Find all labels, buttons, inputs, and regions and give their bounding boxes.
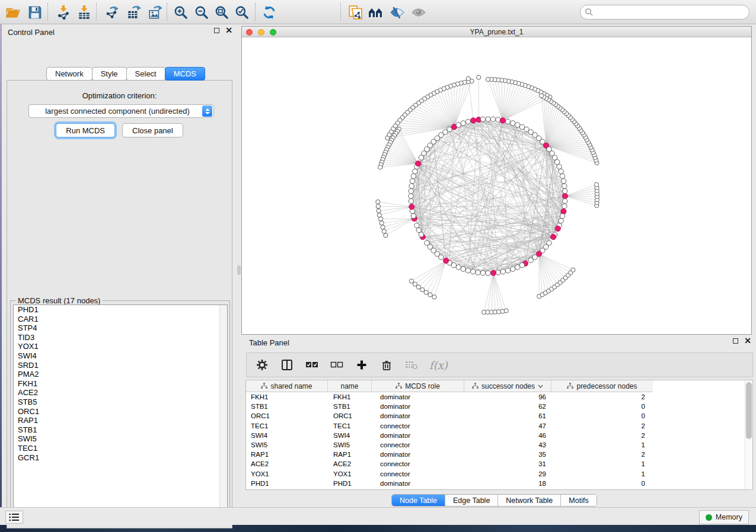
- network-node[interactable]: [420, 288, 425, 292]
- mcds-result-item[interactable]: RAP1: [14, 416, 227, 425]
- network-node[interactable]: [432, 295, 436, 299]
- network-node[interactable]: [519, 262, 524, 267]
- column-header-shared-name[interactable]: shared name: [246, 380, 328, 392]
- network-node[interactable]: [554, 159, 559, 164]
- table-cell[interactable]: PHD1: [328, 480, 372, 487]
- table-cell[interactable]: 31: [464, 460, 551, 467]
- mcds-result-item[interactable]: PMA2: [14, 370, 227, 379]
- table-row[interactable]: STB1STB1dominator620: [246, 402, 653, 411]
- mcds-result-item[interactable]: ORC1: [14, 407, 227, 416]
- node-table[interactable]: shared namenameMCDS rolesuccessor nodesp…: [245, 380, 753, 490]
- table-cell[interactable]: 96: [464, 393, 551, 400]
- network-node[interactable]: [563, 198, 567, 203]
- network-node[interactable]: [561, 178, 566, 183]
- table-cell[interactable]: dominator: [372, 480, 464, 487]
- table-row[interactable]: RAP1RAP1dominator352: [246, 450, 653, 459]
- network-node[interactable]: [515, 265, 520, 270]
- network-node[interactable]: [477, 75, 481, 79]
- table-cell[interactable]: FKH1: [328, 393, 372, 400]
- table-cell[interactable]: dominator: [372, 412, 464, 419]
- network-node[interactable]: [378, 217, 382, 221]
- network-node[interactable]: [384, 233, 388, 238]
- network-node[interactable]: [428, 293, 432, 297]
- select-all-icon[interactable]: [305, 358, 319, 372]
- table-cell[interactable]: SWI5: [246, 441, 328, 448]
- network-hub-node[interactable]: [555, 226, 560, 231]
- float-panel-icon[interactable]: [214, 28, 219, 33]
- window-minimize-icon[interactable]: [258, 29, 264, 36]
- network-node[interactable]: [466, 76, 470, 81]
- table-cell[interactable]: FKH1: [246, 393, 328, 400]
- deselect-all-icon[interactable]: [330, 358, 344, 372]
- table-row[interactable]: FKH1FKH1dominator962: [246, 392, 653, 402]
- network-node[interactable]: [560, 213, 564, 218]
- delete-row-icon[interactable]: [379, 358, 394, 372]
- network-node[interactable]: [376, 204, 380, 209]
- import-network-icon[interactable]: [55, 4, 72, 21]
- table-cell[interactable]: 62: [464, 403, 551, 410]
- network-node[interactable]: [486, 77, 490, 81]
- table-cell[interactable]: dominator: [372, 451, 464, 458]
- export-image-icon[interactable]: [147, 4, 164, 21]
- table-cell[interactable]: TEC1: [246, 422, 328, 430]
- vertical-splitter-grip[interactable]: [237, 265, 241, 275]
- network-node[interactable]: [540, 94, 544, 98]
- network-node[interactable]: [465, 268, 470, 273]
- mcds-result-item[interactable]: TID3: [14, 333, 227, 342]
- network-node[interactable]: [378, 165, 382, 169]
- mcds-result-item[interactable]: STP4: [14, 323, 227, 333]
- table-cell[interactable]: SWI4: [328, 432, 372, 439]
- network-node[interactable]: [424, 290, 428, 294]
- network-node[interactable]: [409, 184, 414, 188]
- table-row[interactable]: SWI4SWI4dominator462: [246, 431, 653, 440]
- table-cell[interactable]: RAP1: [328, 451, 372, 458]
- network-node[interactable]: [381, 225, 385, 229]
- table-cell[interactable]: 18: [464, 480, 551, 487]
- network-node[interactable]: [411, 213, 416, 218]
- table-cell[interactable]: PHD1: [246, 480, 328, 487]
- network-node[interactable]: [425, 241, 429, 245]
- table-cell[interactable]: 1: [551, 460, 653, 467]
- tab-style[interactable]: Style: [92, 67, 127, 81]
- network-node[interactable]: [410, 178, 414, 183]
- table-scrollbar-track[interactable]: [745, 380, 752, 489]
- network-node[interactable]: [486, 271, 490, 275]
- zoom-in-icon[interactable]: [173, 4, 189, 21]
- table-cell[interactable]: RAP1: [246, 451, 328, 458]
- add-row-icon[interactable]: [355, 358, 369, 372]
- mcds-result-item[interactable]: SWI4: [14, 351, 227, 361]
- table-scrollbar-thumb[interactable]: [746, 382, 752, 439]
- table-cell[interactable]: YOX1: [246, 470, 328, 477]
- mcds-list-scrollbar[interactable]: [219, 305, 227, 518]
- table-cell[interactable]: 29: [464, 470, 551, 477]
- window-maximize-icon[interactable]: [270, 29, 276, 36]
- network-node[interactable]: [465, 119, 470, 124]
- open-file-icon[interactable]: [5, 4, 21, 21]
- table-cell[interactable]: 0: [551, 480, 653, 487]
- tab-edge-table[interactable]: Edge Table: [445, 495, 498, 506]
- column-header-name[interactable]: name: [328, 380, 372, 392]
- window-close-icon[interactable]: [246, 29, 253, 36]
- network-node[interactable]: [559, 219, 563, 223]
- network-node[interactable]: [594, 182, 598, 187]
- table-row[interactable]: ACE2ACE2connector311: [246, 459, 653, 469]
- network-hub-node[interactable]: [471, 118, 476, 123]
- zoom-selected-icon[interactable]: [234, 4, 250, 21]
- network-node[interactable]: [528, 258, 533, 262]
- table-cell[interactable]: 2: [551, 393, 653, 400]
- network-hub-node[interactable]: [562, 193, 567, 198]
- table-cell[interactable]: connector: [372, 470, 464, 477]
- network-hub-node[interactable]: [444, 258, 449, 263]
- network-node[interactable]: [416, 227, 421, 232]
- network-node[interactable]: [504, 309, 508, 313]
- network-node[interactable]: [461, 121, 465, 126]
- save-session-icon[interactable]: [27, 4, 43, 21]
- table-cell[interactable]: ORC1: [246, 412, 328, 419]
- mcds-result-item[interactable]: STB5: [14, 398, 227, 407]
- table-cell[interactable]: ACE2: [328, 460, 372, 467]
- network-node[interactable]: [451, 262, 456, 267]
- network-node[interactable]: [461, 267, 465, 271]
- task-history-button[interactable]: [5, 511, 23, 524]
- table-cell[interactable]: dominator: [372, 403, 464, 410]
- network-node[interactable]: [515, 123, 520, 127]
